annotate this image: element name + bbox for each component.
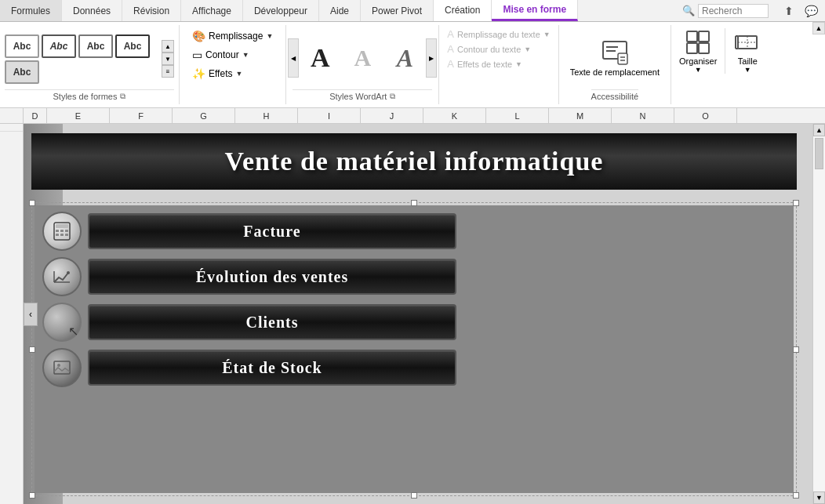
rce-section: 🎨 Remplissage ▼ ▭ Contour ▼ ✨ Effets ▼: [180, 25, 286, 104]
tab-power-pivot[interactable]: Power Pivot: [361, 0, 434, 21]
stock-btn[interactable]: État de Stock: [88, 350, 456, 386]
clients-circle-btn[interactable]: ↖: [42, 303, 82, 342]
col-header-E[interactable]: E: [47, 108, 110, 123]
svg-rect-9: [699, 43, 709, 53]
left-nav-btn[interactable]: ‹: [24, 303, 38, 326]
wordart-letter-1[interactable]: A: [300, 36, 340, 80]
handle-mr[interactable]: [793, 346, 799, 353]
scrollbar-thumb[interactable]: [815, 138, 823, 169]
wordart-section: ◀ A A A ▶ Styles WordArt ⧉: [286, 25, 439, 104]
facture-circle-btn[interactable]: [42, 212, 82, 251]
tab-donnees[interactable]: Données: [62, 0, 122, 21]
scroll-up-btn[interactable]: ▲: [162, 40, 174, 53]
svg-rect-7: [699, 31, 709, 42]
col-header-F[interactable]: F: [110, 108, 173, 123]
window-controls: ⬆ 💬: [775, 0, 825, 21]
menu-row-evolution: Évolution des ventes: [35, 254, 794, 299]
col-header-spacer: [737, 108, 750, 123]
clients-btn[interactable]: Clients: [88, 304, 456, 340]
handle-br[interactable]: [793, 492, 799, 499]
taille-btn[interactable]: Taille ▼: [733, 28, 761, 74]
wordart-scroll-left[interactable]: ◀: [288, 38, 299, 78]
handle-tr[interactable]: [793, 200, 799, 206]
contour-texte-btn[interactable]: A Contour du texte ▼: [447, 43, 550, 55]
svg-rect-17: [56, 224, 68, 228]
scroll-more-btn[interactable]: ≡: [162, 65, 174, 78]
vertical-scrollbar: ▲ ▼: [812, 124, 825, 504]
stock-circle-btn[interactable]: [42, 348, 82, 387]
ribbon-collapse-btn[interactable]: ▲: [812, 22, 825, 34]
col-header-N[interactable]: N: [612, 108, 674, 123]
wordart-rce-section: A Remplissage du texte ▼ A Contour du te…: [439, 25, 558, 104]
tab-revision[interactable]: Révision: [122, 0, 181, 21]
col-header-O[interactable]: O: [674, 108, 737, 123]
taille-icon: [733, 28, 761, 56]
col-header-D[interactable]: D: [24, 108, 47, 123]
organiser-btn[interactable]: Organiser ▼: [679, 28, 717, 74]
svg-rect-18: [56, 230, 59, 232]
col-header-L[interactable]: L: [486, 108, 549, 123]
forme-sample-0[interactable]: Abc: [5, 34, 39, 58]
facture-btn[interactable]: Facture: [88, 213, 456, 249]
forme-sample-2[interactable]: Abc: [78, 34, 113, 58]
tab-creation[interactable]: Création: [434, 0, 492, 21]
row-numbers: [0, 124, 24, 504]
remplissage-texte-btn[interactable]: A Remplissage du texte ▼: [447, 28, 550, 40]
search-input[interactable]: [698, 4, 769, 18]
wordart-letters: A A A: [293, 36, 432, 80]
forme-scroll: ▲ ▼ ≡: [162, 38, 174, 79]
search-icon: 🔍: [682, 5, 695, 16]
scroll-up-btn[interactable]: ▲: [813, 124, 825, 136]
scroll-down-btn[interactable]: ▼: [813, 491, 825, 504]
wordart-letter-2[interactable]: A: [343, 36, 382, 80]
svg-rect-3: [618, 53, 627, 64]
image-icon: [52, 357, 72, 378]
effets-btn[interactable]: ✨ Effets ▼: [189, 66, 276, 82]
contour-texte-dropdown: ▼: [524, 45, 531, 53]
spreadsheet-main: Vente de matériel informatique: [24, 124, 812, 504]
comment-icon[interactable]: 💬: [803, 3, 819, 19]
styles-formes-expand[interactable]: ⧉: [120, 92, 125, 101]
wordart-expand[interactable]: ⧉: [390, 92, 395, 101]
forme-sample-3[interactable]: Abc: [115, 34, 150, 58]
col-header-I[interactable]: I: [298, 108, 361, 123]
evolution-btn[interactable]: Évolution des ventes: [88, 259, 456, 295]
col-header-M[interactable]: M: [549, 108, 612, 123]
share-icon[interactable]: ⬆: [781, 3, 797, 19]
texte-remplacement-btn[interactable]: Texte de remplacement: [567, 36, 663, 81]
svg-rect-6: [687, 31, 697, 42]
ribbon-content: Abc Abc Abc Abc Abc ▲ ▼ ≡ Styles de form…: [0, 22, 825, 108]
forme-sample-4[interactable]: Abc: [5, 60, 39, 84]
forme-sample-1[interactable]: Abc: [42, 34, 76, 58]
evolution-circle-btn[interactable]: [42, 257, 82, 296]
effets-texte-btn[interactable]: A Effets de texte ▼: [447, 58, 550, 70]
effets-texte-dropdown: ▼: [515, 60, 522, 68]
tab-affichage[interactable]: Affichage: [181, 0, 243, 21]
handle-bc[interactable]: [411, 492, 417, 499]
col-header-G[interactable]: G: [173, 108, 235, 123]
svg-point-28: [57, 364, 60, 367]
tab-aide[interactable]: Aide: [319, 0, 361, 21]
wordart-letter-3[interactable]: A: [385, 36, 424, 80]
scroll-down-btn[interactable]: ▼: [162, 53, 174, 65]
col-header-H[interactable]: H: [235, 108, 298, 123]
organiser-icon: [684, 28, 712, 56]
tab-developpeur[interactable]: Développeur: [243, 0, 319, 21]
svg-rect-22: [60, 234, 64, 236]
svg-rect-23: [65, 234, 68, 236]
col-header-J[interactable]: J: [361, 108, 423, 123]
scrollbar-track[interactable]: [813, 136, 825, 491]
column-headers: D E F G H I J K L M N O: [0, 108, 825, 124]
svg-rect-27: [54, 361, 70, 374]
col-header-K[interactable]: K: [423, 108, 486, 123]
svg-rect-19: [60, 230, 64, 232]
chart-icon: [52, 267, 72, 287]
tab-mise-en-forme[interactable]: Mise en forme: [492, 0, 578, 21]
organiser-dropdown-icon: ▼: [695, 66, 702, 74]
tab-formules[interactable]: Formules: [0, 0, 62, 21]
wordart-scroll-right[interactable]: ▶: [426, 38, 437, 78]
contour-btn[interactable]: ▭ Contour ▼: [189, 47, 276, 63]
remplissage-btn[interactable]: 🎨 Remplissage ▼: [189, 28, 276, 44]
svg-rect-8: [687, 43, 697, 53]
svg-rect-21: [56, 234, 59, 236]
